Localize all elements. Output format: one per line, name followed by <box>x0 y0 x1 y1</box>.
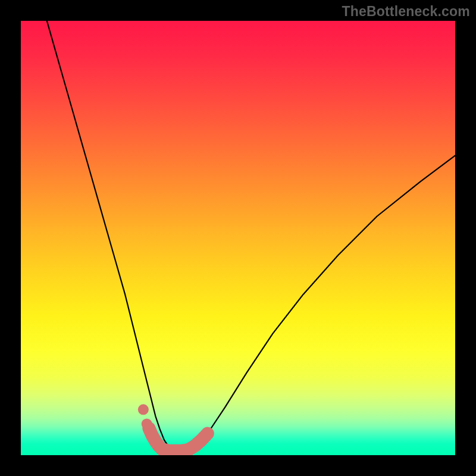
watermark-text: TheBottleneck.com <box>342 4 470 20</box>
curve-layer <box>21 21 455 455</box>
bottleneck-curve <box>47 21 455 451</box>
markers <box>138 404 152 429</box>
dot-1 <box>138 404 149 415</box>
chart-frame: TheBottleneck.com <box>0 0 476 476</box>
thick-segments <box>149 428 208 451</box>
plot-area <box>21 21 455 455</box>
dot-2 <box>142 418 152 429</box>
thick-right <box>188 434 208 450</box>
